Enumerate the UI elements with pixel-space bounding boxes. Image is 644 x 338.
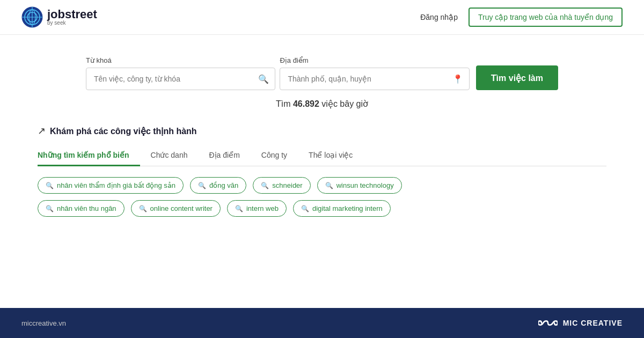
jobstreet-logo-icon (21, 6, 43, 28)
mic-creative-logo-icon (538, 317, 558, 329)
tab-job-titles[interactable]: Chức danh (140, 145, 199, 166)
tab-location[interactable]: Địa điểm (198, 145, 250, 166)
trending-title: Khám phá các công việc thịnh hành (50, 126, 197, 136)
tags-container: 🔍 nhân viên thẩm định giá bất động sản 🔍… (38, 177, 606, 217)
search-row: Từ khoá 🔍 Địa điểm 📍 Tìm việc làm (86, 56, 558, 90)
logo-brand-text: jobstreet (47, 9, 97, 20)
search-section: Từ khoá 🔍 Địa điểm 📍 Tìm việc làm Tìm 46… (86, 56, 558, 109)
keyword-input-wrapper: 🔍 (86, 68, 275, 90)
tag-pill[interactable]: 🔍 nhân viên thu ngân (38, 200, 125, 217)
tab-job-type[interactable]: Thể loại việc (298, 145, 363, 166)
search-button[interactable]: Tìm việc làm (476, 65, 558, 90)
tag-search-icon: 🔍 (46, 205, 54, 212)
tab-company[interactable]: Công ty (251, 145, 298, 166)
login-link[interactable]: Đăng nhập (420, 13, 458, 21)
tag-search-icon: 🔍 (301, 205, 309, 212)
tag-label: digital marketing intern (312, 204, 383, 212)
tag-pill[interactable]: 🔍 đồng văn (190, 177, 246, 194)
main-content: Từ khoá 🔍 Địa điểm 📍 Tìm việc làm Tìm 46… (0, 35, 644, 308)
footer-brand-area: MIC CREATIVE (538, 317, 623, 329)
job-count-number: 46.892 (293, 99, 319, 108)
location-field: Địa điểm 📍 (280, 56, 469, 90)
tag-pill[interactable]: 🔍 intern web (227, 200, 287, 217)
header: jobstreet by seek Đăng nhập Truy cập tra… (0, 0, 644, 35)
footer-brand-label: MIC CREATIVE (563, 319, 623, 327)
tag-pill[interactable]: 🔍 nhân viên thẩm định giá bất động sản (38, 177, 184, 194)
tag-search-icon: 🔍 (198, 182, 206, 189)
location-label: Địa điểm (280, 56, 469, 64)
footer: miccreative.vn MIC CREATIVE (0, 308, 644, 338)
keyword-input[interactable] (86, 68, 275, 90)
job-count-prefix: Tìm (276, 99, 293, 108)
trending-icon: ↗ (38, 125, 46, 137)
location-input[interactable] (280, 68, 469, 90)
tag-label: intern web (246, 204, 279, 212)
tags-row-1: 🔍 nhân viên thẩm định giá bất động sản 🔍… (38, 177, 606, 194)
trending-section: ↗ Khám phá các công việc thịnh hành Nhữn… (38, 125, 606, 217)
tag-pill[interactable]: 🔍 schneider (253, 177, 310, 194)
keyword-field: Từ khoá 🔍 (86, 56, 275, 90)
job-count-suffix: việc bây giờ (319, 99, 368, 108)
tag-search-icon: 🔍 (139, 205, 147, 212)
trending-header: ↗ Khám phá các công việc thịnh hành (38, 125, 606, 137)
tag-label: schneider (272, 181, 302, 189)
tag-label: đồng văn (209, 181, 238, 189)
tag-pill[interactable]: 🔍 online content writer (131, 200, 221, 217)
logo-sub-text: by seek (47, 20, 97, 26)
logo-text: jobstreet by seek (47, 9, 97, 26)
footer-domain: miccreative.vn (21, 319, 66, 327)
keyword-label: Từ khoá (86, 56, 275, 64)
header-right: Đăng nhập Truy cập trang web của nhà tuy… (420, 8, 623, 27)
logo-area: jobstreet by seek (21, 6, 97, 28)
tag-pill[interactable]: 🔍 digital marketing intern (293, 200, 391, 217)
job-count-text: Tìm 46.892 việc bây giờ (276, 99, 368, 109)
trending-tabs: Những tìm kiếm phổ biến Chức danh Địa đi… (38, 145, 606, 166)
tag-label: online content writer (150, 204, 213, 212)
tag-search-icon: 🔍 (235, 205, 243, 212)
tag-label: winsun technology (336, 181, 394, 189)
tag-search-icon: 🔍 (261, 182, 269, 189)
tab-popular-searches[interactable]: Những tìm kiếm phổ biến (38, 145, 140, 166)
tags-row-2: 🔍 nhân viên thu ngân 🔍 online content wr… (38, 200, 606, 217)
keyword-search-icon: 🔍 (258, 74, 269, 84)
employer-button[interactable]: Truy cập trang web của nhà tuyển dụng (469, 8, 623, 27)
tag-search-icon: 🔍 (325, 182, 333, 189)
location-pin-icon: 📍 (452, 74, 463, 84)
tag-label: nhân viên thẩm định giá bất động sản (57, 181, 175, 189)
location-input-wrapper: 📍 (280, 68, 469, 90)
tag-search-icon: 🔍 (46, 182, 54, 189)
tag-label: nhân viên thu ngân (57, 204, 116, 212)
tag-pill[interactable]: 🔍 winsun technology (317, 177, 402, 194)
